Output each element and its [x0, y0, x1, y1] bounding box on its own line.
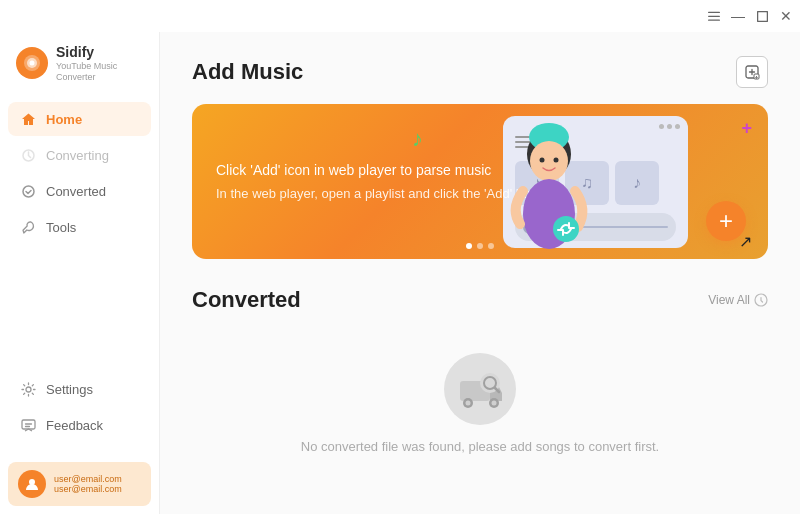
window-controls: — ✕ — [708, 10, 792, 22]
feedback-label: Feedback — [46, 418, 103, 433]
plus-decoration: + — [741, 118, 752, 139]
sidebar-item-converted[interactable]: Converted — [8, 174, 151, 208]
user-info: user@email.com user@email.com — [54, 474, 122, 494]
user-email: user@email.com — [54, 474, 122, 484]
svg-point-9 — [26, 387, 31, 392]
converted-header: Converted View All — [192, 287, 768, 313]
banner-dots — [466, 243, 494, 249]
converted-icon — [20, 183, 36, 199]
converted-label: Converted — [46, 184, 106, 199]
app-logo: Sidify YouTube Music Converter — [0, 32, 159, 102]
avatar — [18, 470, 46, 498]
titlebar: — ✕ — [0, 0, 800, 32]
sidebar-item-tools[interactable]: Tools — [8, 210, 151, 244]
maximize-btn[interactable] — [756, 10, 768, 22]
home-label: Home — [46, 112, 82, 127]
app-subtitle: YouTube Music Converter — [56, 61, 143, 83]
sidebar-item-feedback[interactable]: Feedback — [8, 408, 151, 442]
svg-point-8 — [23, 186, 34, 197]
view-all-button[interactable]: View All — [708, 293, 768, 307]
main-content: Add Music Click 'Add' icon in web player… — [160, 0, 800, 514]
svg-point-26 — [492, 401, 497, 406]
empty-message: No converted file was found, please add … — [301, 439, 659, 454]
minimize-btn[interactable]: — — [732, 10, 744, 22]
logo-icon — [16, 47, 48, 79]
import-button[interactable] — [736, 56, 768, 88]
close-btn[interactable]: ✕ — [780, 10, 792, 22]
converted-title: Converted — [192, 287, 301, 313]
phone-dots — [659, 124, 680, 129]
svg-rect-0 — [708, 11, 720, 12]
svg-rect-3 — [757, 11, 767, 21]
dot-2 — [477, 243, 483, 249]
feedback-icon — [20, 417, 36, 433]
svg-rect-1 — [708, 15, 720, 16]
user-email2: user@email.com — [54, 484, 122, 494]
svg-rect-2 — [708, 19, 720, 20]
menu-btn[interactable] — [708, 10, 720, 22]
music-note-icon: ♪ — [412, 126, 423, 152]
tools-label: Tools — [46, 220, 76, 235]
converting-label: Converting — [46, 148, 109, 163]
plus-icon: + — [719, 209, 733, 233]
user-profile[interactable]: user@email.com user@email.com — [8, 462, 151, 506]
dot-3 — [488, 243, 494, 249]
converting-icon — [20, 147, 36, 163]
add-music-header: Add Music — [192, 56, 768, 88]
dot-1 — [466, 243, 472, 249]
sidebar: Sidify YouTube Music Converter Home Conv… — [0, 0, 160, 514]
banner: Click 'Add' icon in web player to parse … — [192, 104, 768, 259]
cursor-icon: ↗ — [739, 232, 752, 251]
empty-state: No converted file was found, please add … — [192, 333, 768, 484]
svg-point-24 — [466, 401, 471, 406]
svg-point-17 — [540, 158, 545, 163]
sidebar-item-settings[interactable]: Settings — [8, 372, 151, 406]
home-icon — [20, 111, 36, 127]
character-illustration — [502, 119, 597, 259]
svg-point-16 — [530, 141, 568, 181]
add-music-title: Add Music — [192, 59, 303, 85]
app-name: Sidify — [56, 44, 143, 61]
svg-point-20 — [553, 216, 579, 242]
nav-items: Home Converting Converted — [0, 102, 159, 364]
empty-icon — [444, 353, 516, 425]
logo-text: Sidify YouTube Music Converter — [56, 44, 143, 82]
svg-point-6 — [30, 61, 35, 66]
sidebar-item-home[interactable]: Home — [8, 102, 151, 136]
svg-point-18 — [554, 158, 559, 163]
settings-icon — [20, 381, 36, 397]
sidebar-bottom: Settings Feedback — [0, 364, 159, 454]
view-all-label: View All — [708, 293, 750, 307]
music-card-3: ♪ — [615, 161, 659, 205]
settings-label: Settings — [46, 382, 93, 397]
sidebar-item-converting: Converting — [8, 138, 151, 172]
tools-icon — [20, 219, 36, 235]
